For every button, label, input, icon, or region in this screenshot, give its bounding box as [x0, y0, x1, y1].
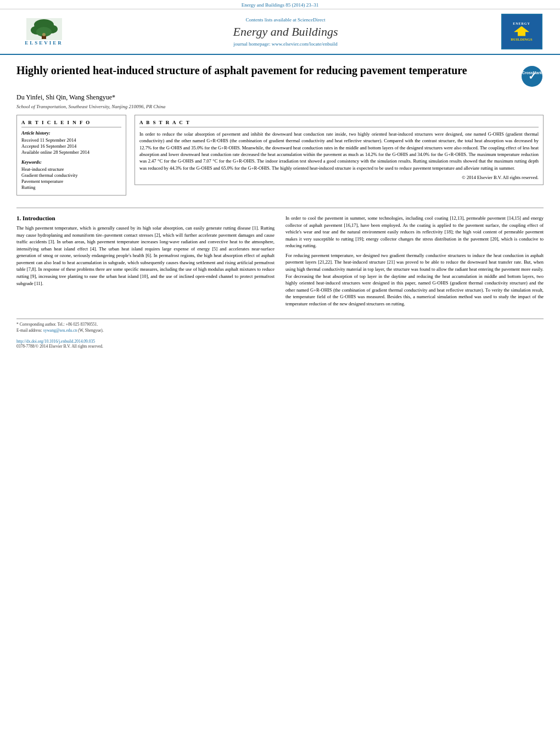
corresponding-author: * Corresponding author. Tel.: +86 025 83…	[16, 322, 544, 327]
elsevier-tree-icon	[26, 18, 62, 40]
article-info-abstract: A R T I C L E I N F O Article history: R…	[16, 115, 544, 201]
journal-header: ELSEVIER Contents lists available at Sci…	[0, 9, 560, 55]
authors: Du Yinfei, Shi Qin, Wang Shengyue*	[16, 93, 544, 102]
crossmark-icon: ✓ CrossMark	[522, 66, 542, 87]
email-line: E-mail address: sywang@seu.edu.cn (W, Sh…	[16, 328, 544, 333]
body-content: 1. Introduction The high pavement temper…	[16, 215, 544, 310]
svg-point-6	[42, 33, 46, 36]
article-title: Highly oriented heat-induced structure o…	[16, 63, 516, 77]
doi-link[interactable]: http://dx.doi.org/10.1016/j.enbuild.2014…	[16, 339, 544, 344]
abstract-text: In order to reduce the solar absorption …	[139, 131, 539, 171]
issn-line: 0378-7788/© 2014 Elsevier B.V. All right…	[16, 344, 544, 349]
affiliation: School of Transportation, Southeast Univ…	[16, 104, 544, 109]
crossmark-logo: ✓ CrossMark	[522, 66, 544, 88]
section-divider	[16, 208, 544, 208]
accepted-date: Accepted 16 September 2014	[21, 143, 121, 149]
svg-text:CrossMark: CrossMark	[522, 71, 542, 75]
elsevier-text: ELSEVIER	[25, 40, 63, 46]
energy-icon	[514, 26, 529, 36]
citation-bar: Energy and Buildings 85 (2014) 23–31	[0, 0, 560, 9]
keywords-section: Keywords: Heat-induced structure Gradien…	[21, 159, 121, 190]
article-info-label: A R T I C L E I N F O	[21, 120, 121, 127]
email-link[interactable]: sywang@seu.edu.cn	[43, 328, 77, 333]
intro-heading: 1. Introduction	[16, 215, 275, 221]
history-label: Article history:	[21, 130, 121, 136]
keyword-4: Rutting	[21, 185, 121, 190]
keyword-1: Heat-induced structure	[21, 166, 121, 172]
elsevier-logo: ELSEVIER	[11, 18, 77, 46]
received-date: Received 11 September 2014	[21, 137, 121, 143]
homepage-url[interactable]: www.elsevier.com/locate/enbuild	[272, 41, 338, 47]
journal-center-info: Contents lists available at ScienceDirec…	[77, 17, 494, 47]
keyword-2: Gradient thermal conductivity	[21, 172, 121, 178]
abstract-box: A B S T R A C T In order to reduce the s…	[135, 115, 544, 185]
main-content: Highly oriented heat-induced structure o…	[0, 55, 560, 358]
contents-available: Contents lists available at ScienceDirec…	[77, 17, 494, 23]
article-info-col: A R T I C L E I N F O Article history: R…	[16, 115, 126, 201]
abstract-col: A B S T R A C T In order to reduce the s…	[135, 115, 544, 201]
journal-citation: Energy and Buildings 85 (2014) 23–31	[242, 2, 319, 8]
copyright: © 2014 Elsevier B.V. All rights reserved…	[139, 175, 539, 180]
keyword-3: Pavement temperature	[21, 178, 121, 184]
sciencedirect-link[interactable]: ScienceDirect	[298, 17, 325, 23]
article-title-section: Highly oriented heat-induced structure o…	[16, 63, 544, 88]
journal-homepage: journal homepage: www.elsevier.com/locat…	[77, 41, 494, 47]
abstract-label: A B S T R A C T	[139, 120, 539, 127]
article-info-box: A R T I C L E I N F O Article history: R…	[16, 115, 126, 196]
intro-col2-text: In order to cool the pavement in summer,…	[285, 215, 544, 308]
footer: * Corresponding author. Tel.: +86 025 83…	[16, 319, 544, 349]
body-col-left: 1. Introduction The high pavement temper…	[16, 215, 275, 310]
intro-col1-text: The high pavement temperature, which is …	[16, 225, 275, 287]
body-col-right: In order to cool the pavement in summer,…	[285, 215, 544, 310]
energy-buildings-logo: ENERGY BUILDINGS	[494, 14, 549, 49]
keywords-label: Keywords:	[21, 159, 121, 165]
journal-title: Energy and Buildings	[77, 25, 494, 39]
available-date: Available online 28 September 2014	[21, 149, 121, 155]
